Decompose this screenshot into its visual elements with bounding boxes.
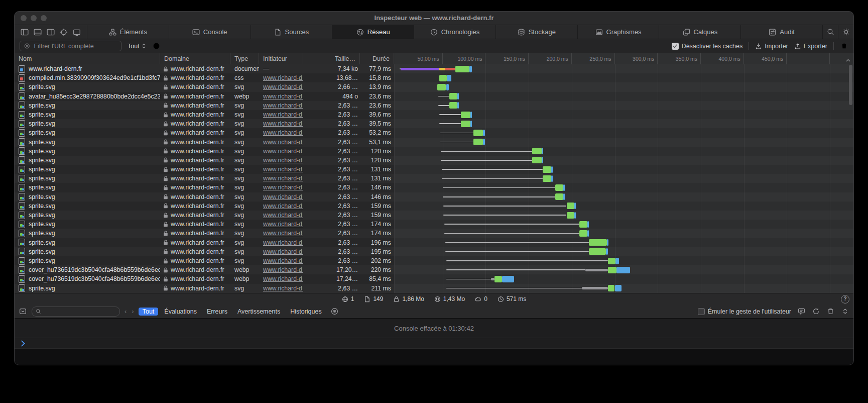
cell-size: 2,66 … <box>303 82 360 91</box>
cell-initiator[interactable]: www.richard-d… <box>259 274 303 283</box>
expand-console-icon[interactable] <box>841 307 849 316</box>
filter-options-icon[interactable] <box>152 42 161 50</box>
console-filter-panel-icon[interactable] <box>19 307 27 316</box>
import-button[interactable]: Importer <box>755 43 788 50</box>
table-row[interactable]: sprite.svgwww.richard-dern.frsvgwww.rich… <box>15 220 853 229</box>
cell-initiator[interactable]: www.richard-d… <box>259 247 303 256</box>
cell-initiator[interactable]: www.richard-d… <box>259 192 303 201</box>
table-row[interactable]: sprite.svgwww.richard-dern.frsvgwww.rich… <box>15 247 853 256</box>
cell-initiator[interactable]: www.richard-d… <box>259 201 303 211</box>
cell-initiator[interactable]: www.richard-d… <box>259 211 303 220</box>
tab-audit[interactable]: Audit <box>740 25 822 39</box>
cell-initiator[interactable]: www.richard-d… <box>259 119 303 128</box>
cell-initiator[interactable]: www.richard-d… <box>259 174 303 183</box>
tab-sources[interactable]: Sources <box>251 25 332 39</box>
table-row[interactable]: sprite.svgwww.richard-dern.frsvgwww.rich… <box>15 192 853 201</box>
table-row[interactable]: sprite.svgwww.richard-dern.frsvgwww.rich… <box>15 147 853 156</box>
cell-initiator[interactable]: www.richard-d… <box>259 220 303 229</box>
cell-initiator[interactable]: www.richard-d… <box>259 265 303 274</box>
cell-initiator[interactable]: www.richard-d… <box>259 165 303 174</box>
tab-storage[interactable]: Stockage <box>495 25 577 39</box>
cell-initiator[interactable]: www.richard-d… <box>259 128 303 137</box>
element-picker-icon[interactable] <box>60 28 68 36</box>
cell-initiator[interactable]: www.richard-d… <box>259 156 303 165</box>
console-messages-icon[interactable] <box>797 307 806 316</box>
table-row[interactable]: sprite.svgwww.richard-dern.frsvgwww.rich… <box>15 174 853 183</box>
tab-layers[interactable]: Calques <box>659 25 740 39</box>
table-row[interactable]: avatar_hu85ecc3e298728880b0bde2dcc4e5c23… <box>15 92 853 101</box>
help-button[interactable]: ? <box>841 295 849 304</box>
table-row[interactable]: sprite.svgwww.richard-dern.frsvgwww.rich… <box>15 183 853 192</box>
export-button[interactable]: Exporter <box>794 43 827 50</box>
table-row[interactable]: sprite.svgwww.richard-dern.frsvgwww.rich… <box>15 165 853 174</box>
table-row[interactable]: sprite.svgwww.richard-dern.frsvgwww.rich… <box>15 284 853 293</box>
cell-initiator[interactable]: www.richard-d… <box>259 82 303 91</box>
tab-elements[interactable]: Éléments <box>87 25 169 39</box>
url-filter-input[interactable] <box>33 42 117 50</box>
tab-timelines[interactable]: Chronologies <box>414 25 495 39</box>
cell-initiator[interactable]: www.richard-d… <box>259 147 303 156</box>
cell-initiator[interactable]: www.richard-d… <box>259 284 303 293</box>
table-row[interactable]: cover_hu736519dc3b5040cfa48b6b559b6de6ec… <box>15 274 853 283</box>
vertical-scrollbar[interactable] <box>849 65 852 105</box>
console-prompt[interactable] <box>15 338 853 348</box>
console-input-area[interactable] <box>15 348 853 365</box>
dock-right-icon[interactable] <box>47 28 55 36</box>
cell-initiator[interactable]: www.richard-d… <box>259 229 303 238</box>
resource-type-select[interactable]: Tout <box>128 43 146 50</box>
table-row[interactable]: sprite.svgwww.richard-dern.frsvgwww.rich… <box>15 128 853 137</box>
cell-initiator[interactable]: www.richard-d… <box>259 92 303 101</box>
table-row[interactable]: sprite.svgwww.richard-dern.frsvgwww.rich… <box>15 211 853 220</box>
table-row[interactable]: www.richard-dern.frwww.richard-dern.frdo… <box>15 64 853 73</box>
table-row[interactable]: sprite.svgwww.richard-dern.frsvgwww.rich… <box>15 156 853 165</box>
clear-network-items-button[interactable] <box>840 42 848 50</box>
table-row[interactable]: sprite.svgwww.richard-dern.frsvgwww.rich… <box>15 201 853 211</box>
table-row[interactable]: sprite.svgwww.richard-dern.frsvgwww.rich… <box>15 229 853 238</box>
console-scope-tout[interactable]: Tout <box>139 308 159 316</box>
tab-graphics[interactable]: Graphismes <box>577 25 659 39</box>
tab-console[interactable]: Console <box>169 25 251 39</box>
table-row[interactable]: sprite.svgwww.richard-dern.frsvgwww.rich… <box>15 119 853 128</box>
device-icon[interactable] <box>73 28 81 36</box>
disable-caches-checkbox[interactable]: Désactiver les caches <box>672 43 743 50</box>
console-scope-évaluations[interactable]: Évaluations <box>160 308 201 316</box>
column-header-duree[interactable]: Durée <box>360 53 394 64</box>
cell-initiator[interactable]: www.richard-d… <box>259 183 303 192</box>
cell-initiator[interactable]: www.richard-d… <box>259 238 303 247</box>
table-row[interactable]: compiled.min.38390909f303624ed9e1cf1bd3f… <box>15 73 853 82</box>
scroll-up-icon[interactable] <box>845 56 851 61</box>
dock-left-icon[interactable] <box>21 28 29 36</box>
table-row[interactable]: sprite.svgwww.richard-dern.frsvgwww.rich… <box>15 101 853 110</box>
cell-initiator[interactable]: www.richard-d… <box>259 101 303 110</box>
cell-initiator[interactable]: www.richard-d… <box>259 138 303 147</box>
column-header-initiateur[interactable]: Initiateur <box>259 53 303 64</box>
cell-initiator[interactable]: www.richard-d… <box>259 73 303 82</box>
column-header-type[interactable]: Type <box>230 53 259 64</box>
dock-bottom-icon[interactable] <box>34 28 42 36</box>
refresh-icon[interactable] <box>812 307 820 316</box>
console-search-field[interactable] <box>32 307 120 317</box>
console-scope-erreurs[interactable]: Erreurs <box>203 308 231 316</box>
console-next-button[interactable]: › <box>132 308 134 315</box>
column-header-domaine[interactable]: Domaine <box>160 53 230 64</box>
url-filter-field[interactable] <box>20 41 121 51</box>
clear-console-button[interactable] <box>826 307 835 316</box>
console-filter-options-icon[interactable] <box>330 307 339 316</box>
emulate-user-gesture-checkbox[interactable]: Émuler le geste de l'utilisateur <box>698 308 791 315</box>
table-row[interactable]: sprite.svgwww.richard-dern.frsvgwww.rich… <box>15 82 853 91</box>
cell-initiator[interactable]: www.richard-d… <box>259 110 303 119</box>
table-row[interactable]: cover_hu736519dc3b5040cfa48b6b559b6de6ec… <box>15 265 853 274</box>
table-row[interactable]: sprite.svgwww.richard-dern.frsvgwww.rich… <box>15 110 853 119</box>
settings-gear-button[interactable] <box>838 25 853 39</box>
column-header-taille[interactable]: Taille… <box>303 53 360 64</box>
console-scope-avertissements[interactable]: Avertissements <box>233 308 284 316</box>
search-button[interactable] <box>822 25 838 39</box>
console-scope-historiques[interactable]: Historiques <box>286 308 326 316</box>
table-row[interactable]: sprite.svgwww.richard-dern.frsvgwww.rich… <box>15 238 853 247</box>
tab-network[interactable]: Réseau <box>332 25 414 39</box>
console-prev-button[interactable]: ‹ <box>125 308 127 315</box>
table-row[interactable]: sprite.svgwww.richard-dern.frsvgwww.rich… <box>15 256 853 265</box>
cell-initiator[interactable]: www.richard-d… <box>259 256 303 265</box>
column-header-nom[interactable]: Nom <box>15 53 160 64</box>
table-row[interactable]: sprite.svgwww.richard-dern.frsvgwww.rich… <box>15 138 853 147</box>
